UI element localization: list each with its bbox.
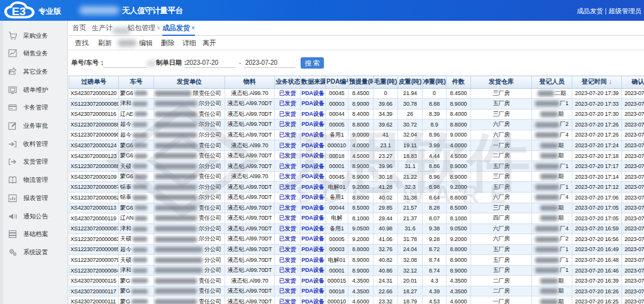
svg-text:E3: E3 (12, 6, 26, 18)
